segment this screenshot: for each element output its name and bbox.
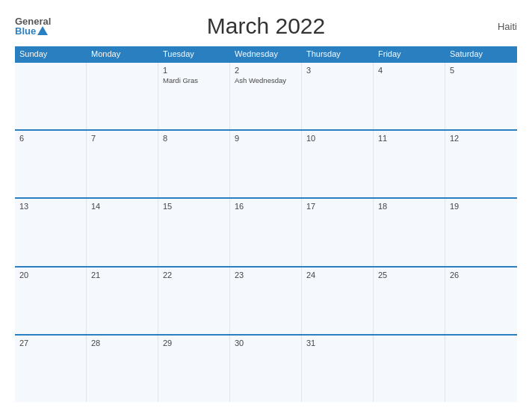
calendar-cell: 27 [15, 336, 87, 402]
calendar-title: March 2022 [207, 13, 325, 39]
calendar-cell: 6 [15, 131, 87, 197]
calendar-cell: 16 [230, 199, 302, 265]
day-number: 27 [19, 339, 81, 347]
calendar-cell [15, 63, 87, 129]
day-number: 19 [450, 202, 513, 211]
page: General Blue March 2022 Haiti SundayMond… [0, 0, 532, 411]
day-number: 24 [306, 271, 368, 279]
calendar-cell: 7 [87, 131, 158, 197]
calendar-cell: 11 [374, 131, 445, 197]
day-number: 17 [306, 202, 368, 211]
day-number: 31 [306, 339, 368, 347]
day-number: 20 [19, 271, 81, 279]
calendar-cell: 1Mardi Gras [158, 63, 230, 129]
day-number: 7 [91, 134, 153, 143]
calendar-cell: 30 [230, 336, 302, 402]
calendar-cell: 13 [15, 199, 87, 265]
calendar-cell: 12 [445, 131, 517, 197]
calendar-cell: 28 [87, 336, 158, 402]
calendar-cell: 29 [158, 336, 230, 402]
day-number: 10 [306, 134, 368, 143]
day-number: 6 [19, 134, 81, 143]
calendar-cell: 2Ash Wednesday [230, 63, 302, 129]
calendar-cell: 4 [374, 63, 445, 129]
logo-triangle-icon [37, 26, 48, 35]
day-of-week-monday: Monday [87, 46, 158, 61]
calendar-cell: 20 [15, 268, 87, 334]
day-number: 30 [235, 339, 297, 347]
calendar-cell [87, 63, 158, 129]
calendar-cell: 8 [158, 131, 230, 197]
day-number: 3 [306, 66, 368, 75]
calendar-cell: 26 [445, 268, 517, 334]
calendar-cell: 24 [302, 268, 374, 334]
day-number: 8 [163, 134, 225, 143]
calendar-cell: 5 [445, 63, 517, 129]
calendar-cell [374, 336, 445, 402]
logo-blue-text: Blue [15, 26, 51, 36]
calendar-cell: 9 [230, 131, 302, 197]
day-of-week-thursday: Thursday [302, 46, 374, 61]
calendar-week-4: 20212223242526 [15, 266, 517, 334]
calendar-event: Mardi Gras [163, 76, 225, 85]
calendar-week-2: 6789101112 [15, 129, 517, 197]
day-of-week-wednesday: Wednesday [230, 46, 302, 61]
day-of-week-saturday: Saturday [445, 46, 517, 61]
day-number: 28 [91, 339, 153, 347]
calendar-cell: 21 [87, 268, 158, 334]
day-number: 16 [235, 202, 297, 211]
day-of-week-sunday: Sunday [15, 46, 87, 61]
day-number: 25 [378, 271, 440, 279]
calendar-cell: 31 [302, 336, 374, 402]
day-number: 13 [19, 202, 81, 211]
calendar-cell: 18 [374, 199, 445, 265]
calendar-cell: 14 [87, 199, 158, 265]
calendar-cell: 23 [230, 268, 302, 334]
calendar-header: SundayMondayTuesdayWednesdayThursdayFrid… [15, 46, 517, 61]
calendar-week-1: 1Mardi Gras2Ash Wednesday345 [15, 61, 517, 129]
calendar-body: 1Mardi Gras2Ash Wednesday345678910111213… [15, 61, 517, 402]
day-number: 1 [163, 66, 225, 75]
day-number: 2 [235, 66, 297, 75]
day-number: 18 [378, 202, 440, 211]
day-number: 9 [235, 134, 297, 143]
calendar: SundayMondayTuesdayWednesdayThursdayFrid… [15, 46, 517, 402]
calendar-cell: 22 [158, 268, 230, 334]
day-number: 4 [378, 66, 440, 75]
calendar-cell: 17 [302, 199, 374, 265]
calendar-cell: 10 [302, 131, 374, 197]
calendar-week-3: 13141516171819 [15, 197, 517, 265]
day-of-week-friday: Friday [374, 46, 445, 61]
header: General Blue March 2022 Haiti [15, 13, 517, 39]
day-number: 23 [235, 271, 297, 279]
day-number: 15 [163, 202, 225, 211]
day-of-week-tuesday: Tuesday [158, 46, 230, 61]
day-number: 14 [91, 202, 153, 211]
day-number: 22 [163, 271, 225, 279]
day-number: 21 [91, 271, 153, 279]
day-number: 5 [450, 66, 513, 75]
day-number: 12 [450, 134, 513, 143]
logo: General Blue [15, 16, 51, 36]
calendar-cell: 15 [158, 199, 230, 265]
calendar-week-5: 2728293031 [15, 334, 517, 402]
calendar-cell [445, 336, 517, 402]
calendar-cell: 19 [445, 199, 517, 265]
calendar-cell: 25 [374, 268, 445, 334]
day-number: 29 [163, 339, 225, 347]
calendar-event: Ash Wednesday [235, 76, 297, 85]
calendar-cell: 3 [302, 63, 374, 129]
day-number: 11 [378, 134, 440, 143]
day-number: 26 [450, 271, 513, 279]
country-label: Haiti [498, 21, 517, 32]
